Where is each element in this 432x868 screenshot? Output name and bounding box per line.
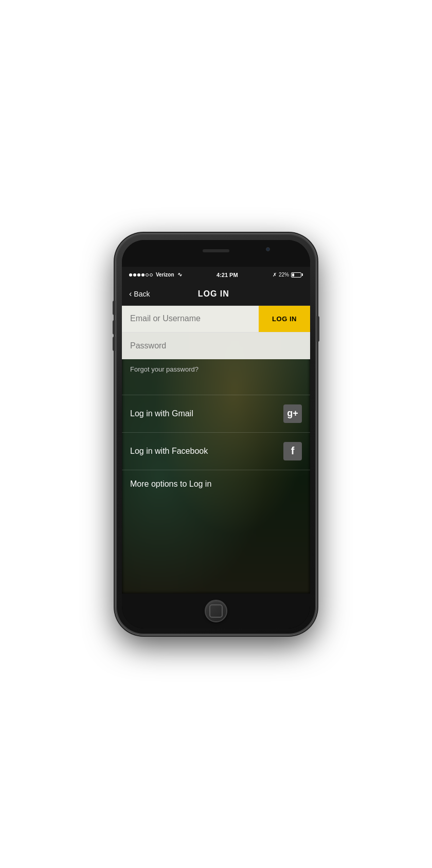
email-input[interactable] [122, 306, 259, 332]
forgot-password-link[interactable]: Forgot your password? [122, 359, 310, 379]
social-section: Log in with Gmail g+ Log in with Faceboo… [122, 395, 310, 498]
carrier-label: Verizon [156, 272, 174, 278]
signal-dot-1 [129, 273, 132, 276]
signal-dot-5 [146, 273, 149, 276]
status-time: 4:21 PM [217, 272, 238, 278]
google-plus-symbol: g+ [287, 408, 298, 419]
battery-tip [302, 273, 303, 276]
signal-dot-3 [137, 273, 140, 276]
gmail-login-label: Log in with Gmail [130, 409, 193, 418]
password-row [122, 333, 310, 359]
facebook-login-label: Log in with Facebook [130, 447, 208, 456]
screen-content: LOG IN Forgot your password? Log in with… [122, 306, 310, 594]
back-chevron-icon: ‹ [129, 290, 132, 298]
nav-bar: ‹ Back LOG IN [122, 283, 310, 306]
battery-body [291, 272, 301, 278]
back-label: Back [134, 290, 150, 298]
home-button[interactable] [205, 600, 227, 622]
facebook-login-item[interactable]: Log in with Facebook f [122, 432, 310, 470]
nav-title: LOG IN [150, 289, 277, 299]
facebook-icon: f [283, 442, 302, 460]
home-button-inner [209, 604, 223, 618]
signal-dot-6 [150, 273, 153, 276]
phone-bottom-bar [122, 594, 310, 629]
login-button[interactable]: LOG IN [259, 306, 310, 332]
signal-dot-2 [133, 273, 136, 276]
facebook-symbol: f [291, 445, 295, 457]
email-row: LOG IN [122, 306, 310, 333]
form-area: LOG IN Forgot your password? [122, 306, 310, 379]
phone-outer-shell: Verizon ∿ 4:21 PM ✗ 22% [116, 234, 316, 635]
bluetooth-icon: ✗ [273, 272, 277, 278]
phone-speaker [203, 249, 229, 252]
wifi-icon: ∿ [177, 271, 182, 278]
battery-icon [291, 272, 303, 278]
phone-screen: Verizon ∿ 4:21 PM ✗ 22% [122, 240, 310, 629]
signal-dot-4 [141, 273, 145, 276]
more-options-item[interactable]: More options to Log in [122, 470, 310, 498]
status-bar: Verizon ∿ 4:21 PM ✗ 22% [122, 267, 310, 283]
password-input[interactable] [122, 333, 310, 359]
phone-top-bar [122, 240, 310, 267]
signal-dots [129, 273, 153, 276]
google-plus-icon: g+ [283, 404, 302, 423]
battery-percent: 22% [279, 272, 289, 278]
front-camera [266, 247, 270, 251]
status-right: ✗ 22% [273, 272, 303, 278]
battery-fill [292, 273, 294, 276]
gmail-login-item[interactable]: Log in with Gmail g+ [122, 395, 310, 432]
phone-frame: Verizon ∿ 4:21 PM ✗ 22% [116, 234, 316, 635]
back-button[interactable]: ‹ Back [129, 290, 150, 298]
more-options-label: More options to Log in [130, 479, 211, 489]
status-left: Verizon ∿ [129, 271, 182, 278]
